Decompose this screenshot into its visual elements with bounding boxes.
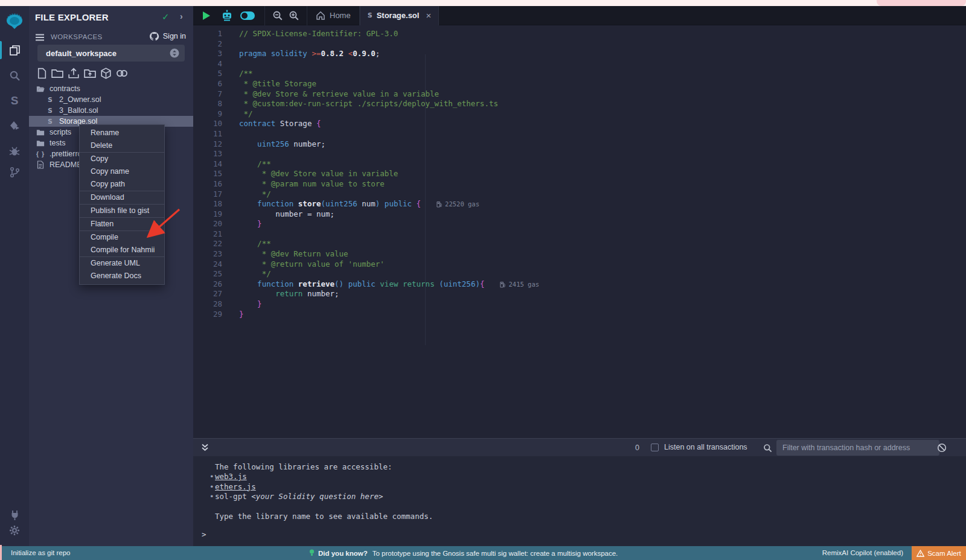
link-icon[interactable] xyxy=(116,68,128,79)
run-script-icon[interactable] xyxy=(203,11,210,20)
code-line: 3pragma solidity >=0.8.2 <0.9.0; xyxy=(193,49,966,59)
terminal-output[interactable]: The following libraries are accessible:•… xyxy=(193,456,966,546)
line-number: 27 xyxy=(193,289,225,299)
hamburger-icon[interactable] xyxy=(35,33,45,42)
check-icon: ✓ xyxy=(162,11,170,22)
bullet: • xyxy=(210,492,214,501)
menu-item-copy-path[interactable]: Copy path xyxy=(80,178,164,191)
menu-item-copy-name[interactable]: Copy name xyxy=(80,165,164,178)
red-arrow-annotation xyxy=(139,201,190,243)
transaction-count-badge: 0 xyxy=(635,444,639,452)
code-line: 5/** xyxy=(193,69,966,79)
code-line: 23 * @dev Return value xyxy=(193,249,966,259)
file-actions-toolbar xyxy=(36,68,128,79)
code-line: 6 * @title Storage xyxy=(193,79,966,89)
upload-folder-icon[interactable] xyxy=(84,68,96,79)
tree-item-3-ballot-sol[interactable]: S3_Ballot.sol xyxy=(29,105,193,116)
chevron-right-icon[interactable]: › xyxy=(180,11,183,21)
sign-in-button[interactable]: Sign in xyxy=(149,31,186,40)
line-number: 12 xyxy=(193,139,225,150)
library-link[interactable]: ethers.js xyxy=(215,482,256,491)
line-number: 6 xyxy=(193,79,225,89)
line-number: 26 xyxy=(193,279,225,290)
template-cube-icon[interactable] xyxy=(100,68,112,79)
menu-item-compile-for-nahmii[interactable]: Compile for Nahmii xyxy=(80,244,164,256)
window-edge xyxy=(0,545,2,560)
line-number: 8 xyxy=(193,99,225,109)
copilot-status[interactable]: RemixAI Copilot (enabled) xyxy=(822,549,903,556)
workspace-dropdown[interactable]: default_workspace xyxy=(37,45,185,62)
line-number: 11 xyxy=(193,129,225,139)
code-line: 15 * @dev Store value in variable xyxy=(193,169,966,179)
sidebar-item-git[interactable] xyxy=(0,162,29,182)
code-line: 28 } xyxy=(193,299,966,310)
new-folder-icon[interactable] xyxy=(51,68,63,79)
tab-storage-sol[interactable]: S Storage.sol × xyxy=(360,6,440,25)
terminal-search-icon[interactable] xyxy=(763,444,772,453)
menu-item-delete[interactable]: Delete xyxy=(80,139,164,152)
line-number: 24 xyxy=(193,259,225,270)
tab-home[interactable]: Home xyxy=(307,6,359,25)
expand-terminal-icon[interactable] xyxy=(200,443,210,452)
zoom-out-icon[interactable] xyxy=(272,10,283,21)
line-number: 15 xyxy=(193,169,225,179)
menu-item-generate-docs[interactable]: Generate Docs xyxy=(80,270,164,282)
new-file-icon[interactable] xyxy=(36,68,47,79)
remix-ai-robot-icon[interactable] xyxy=(221,10,233,22)
code-line: 1// SPDX-License-Identifier: GPL-3.0 xyxy=(193,29,966,39)
sidebar-item-solidity-compiler[interactable]: S xyxy=(0,91,29,111)
code-line: 12 uint256 number; xyxy=(193,139,966,150)
line-number: 9 xyxy=(193,109,225,119)
sidebar-item-search[interactable] xyxy=(0,65,29,86)
sidebar-item-deploy-run[interactable] xyxy=(0,116,29,136)
code-line: 4 xyxy=(193,59,966,69)
workspaces-label: WORKSPACES xyxy=(51,33,103,40)
line-number: 7 xyxy=(193,89,225,100)
code-line: 22 /** xyxy=(193,239,966,249)
code-line: 29} xyxy=(193,310,966,320)
code-lines: 1// SPDX-License-Identifier: GPL-3.023pr… xyxy=(193,29,966,319)
git-init-button[interactable]: Initialize as git repo xyxy=(11,549,70,556)
line-number: 22 xyxy=(193,239,225,249)
code-line: 26 function retrieve() public view retur… xyxy=(193,279,966,290)
tip-text: To prototype using the Gnosis safe multi… xyxy=(373,550,618,557)
tree-item-2-owner-sol[interactable]: S2_Owner.sol xyxy=(29,94,193,105)
line-number: 10 xyxy=(193,119,225,129)
ai-copilot-toggle[interactable] xyxy=(240,11,255,20)
code-line: 16 * @param num value to store xyxy=(193,179,966,189)
code-editor[interactable]: 1// SPDX-License-Identifier: GPL-3.023pr… xyxy=(193,25,966,438)
listen-checkbox[interactable] xyxy=(651,444,659,451)
clear-console-icon[interactable] xyxy=(937,443,947,453)
did-you-know-tip: Did you know? To prototype using the Gno… xyxy=(309,549,618,557)
line-number: 21 xyxy=(193,229,225,240)
menu-item-copy[interactable]: Copy xyxy=(80,153,164,165)
line-number: 4 xyxy=(193,59,225,69)
tip-label: Did you know? xyxy=(318,550,368,557)
upload-file-icon[interactable] xyxy=(68,68,80,79)
scam-alert-label: Scam Alert xyxy=(927,550,961,557)
scam-alert-button[interactable]: Scam Alert xyxy=(912,546,966,560)
line-number: 13 xyxy=(193,149,225,159)
line-number: 16 xyxy=(193,179,225,189)
sidebar-item-debugger[interactable] xyxy=(0,141,29,162)
menu-item-rename[interactable]: Rename xyxy=(80,127,164,139)
code-line: 11 xyxy=(193,129,966,139)
code-line: 10contract Storage { xyxy=(193,119,966,129)
code-line: 7 * @dev Store & retrieve value in a var… xyxy=(193,89,966,100)
menu-item-generate-uml[interactable]: Generate UML xyxy=(80,257,164,270)
line-number: 3 xyxy=(193,49,225,59)
terminal-prompt[interactable]: > xyxy=(202,530,206,539)
remix-logo-icon[interactable] xyxy=(0,10,29,34)
sidebar-item-settings[interactable] xyxy=(0,520,29,541)
tree-item-contracts[interactable]: contracts xyxy=(29,83,193,94)
line-number: 14 xyxy=(193,159,225,170)
transaction-filter-input[interactable] xyxy=(776,440,939,456)
library-link[interactable]: web3.js xyxy=(215,472,247,481)
code-line: 17 */ xyxy=(193,189,966,200)
code-line: 13 xyxy=(193,149,966,159)
zoom-in-icon[interactable] xyxy=(289,10,299,21)
terminal-lines: The following libraries are accessible:•… xyxy=(215,462,433,521)
sidebar-item-file-explorer[interactable] xyxy=(0,40,29,60)
close-tab-icon[interactable]: × xyxy=(426,10,431,21)
code-line: 24 * @return value of 'number' xyxy=(193,259,966,270)
